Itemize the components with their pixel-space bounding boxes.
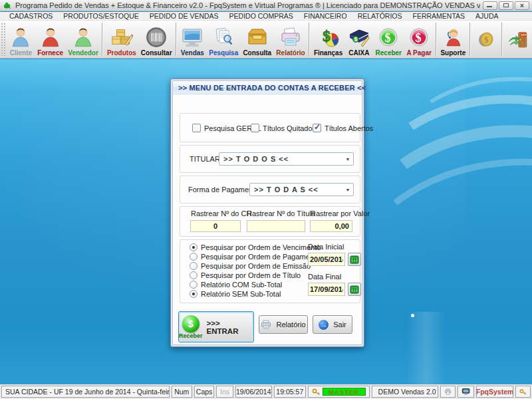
products-boxes-icon bbox=[110, 26, 133, 49]
titular-value: >> T O D O S << bbox=[219, 155, 342, 163]
toolbar-consultar-button[interactable]: Consultar bbox=[138, 21, 174, 58]
statusbar-user-badge: MASTER bbox=[323, 388, 366, 396]
svg-text:$: $ bbox=[484, 35, 489, 45]
checkbox-titulos-abertos[interactable]: Títulos Abertos bbox=[313, 124, 373, 132]
keys-icon bbox=[312, 388, 321, 396]
toolbar-financas-button[interactable]: $ Finanças bbox=[311, 21, 345, 58]
toolbar-produtos-button[interactable]: Produtos bbox=[104, 21, 138, 58]
radio-dot[interactable] bbox=[190, 243, 198, 251]
menu-relatorios[interactable]: RELATÓRIOS bbox=[352, 12, 408, 21]
statusbar-printer-panel[interactable] bbox=[440, 386, 456, 398]
rastrear-ch-label: Rastrear Nº do CH bbox=[191, 209, 251, 217]
toolbar-financas-label: Finanças bbox=[314, 49, 342, 57]
toolbar-produtos-label: Produtos bbox=[107, 49, 136, 57]
data-inicial-input[interactable] bbox=[308, 253, 345, 266]
toolbar-relatorio-button[interactable]: Relatório bbox=[274, 21, 308, 58]
radio-label: Pesquisar por Ordem de Título bbox=[201, 271, 301, 279]
toolbar-pesquisa-button[interactable]: Pesquisa bbox=[207, 21, 241, 58]
menu-financeiro[interactable]: FINANCEIRO bbox=[299, 12, 352, 21]
calendar-icon bbox=[350, 255, 359, 264]
report-printer-icon bbox=[279, 26, 302, 49]
toolbar-separator bbox=[309, 23, 310, 56]
titular-select[interactable]: >> T O D O S << ▼ bbox=[219, 152, 354, 166]
exit-arrow-icon: → bbox=[319, 320, 329, 330]
toolbar-vendedor-button[interactable]: Vendedor bbox=[66, 21, 101, 58]
checkbox-group: Pesquisa GERAL Títulos Quitados Títulos … bbox=[180, 113, 360, 142]
chevron-down-icon[interactable]: ▼ bbox=[342, 157, 353, 162]
wallpaper-lightband bbox=[407, 312, 446, 384]
svg-text:$: $ bbox=[385, 31, 391, 45]
checkbox-box[interactable] bbox=[192, 124, 201, 132]
exit-door-icon: EXIT bbox=[507, 28, 529, 51]
relatorio-button[interactable]: Relatório bbox=[259, 315, 308, 334]
statusbar-numlock: Num bbox=[172, 386, 192, 398]
pagamento-value: >> T O D A S << bbox=[250, 186, 342, 194]
data-inicial-calendar-button[interactable] bbox=[348, 253, 361, 266]
radio-relatorio-sem-subtotal[interactable]: Relatório SEM Sub-Total bbox=[190, 290, 281, 298]
toolbar-apagar-button[interactable]: $ A Pagar bbox=[404, 21, 434, 58]
radio-relatorio-com-subtotal[interactable]: Relatório COM Sub-Total bbox=[190, 281, 282, 289]
radio-dot[interactable] bbox=[190, 271, 198, 279]
data-final-calendar-button[interactable] bbox=[348, 283, 361, 296]
pagamento-group: Forma de Pagamento >> T O D A S << ▼ bbox=[180, 176, 360, 203]
entrar-button[interactable]: $ Receber >>> ENTRAR bbox=[178, 311, 254, 342]
checkbox-box[interactable] bbox=[251, 124, 259, 132]
toolbar-caixa-button[interactable]: $ CAIXA bbox=[345, 21, 373, 58]
statusbar-capslock: Caps bbox=[194, 386, 215, 398]
menu-pedido-de-vendas[interactable]: PEDIDO DE VENDAS bbox=[144, 12, 224, 21]
menu-ferramentas[interactable]: FERRAMENTAS bbox=[408, 12, 471, 21]
radio-dot[interactable] bbox=[190, 281, 198, 289]
radio-ordem-emissao[interactable]: Pesquisar por Ordem de Emissão bbox=[190, 262, 311, 270]
data-final-input[interactable] bbox=[308, 283, 345, 296]
pagamento-select[interactable]: >> T O D A S << ▼ bbox=[249, 183, 354, 196]
toolbar-consulta-button[interactable]: Consulta bbox=[241, 21, 274, 58]
toolbar-fornece-button[interactable]: Fornece bbox=[35, 21, 65, 58]
app-logo-icon bbox=[3, 1, 12, 10]
rastrear-titulo-input[interactable] bbox=[247, 220, 305, 232]
toolbar-cliente-button[interactable]: Cliente bbox=[7, 21, 35, 58]
menu-ajuda[interactable]: AJUDA bbox=[470, 12, 503, 21]
radio-dot[interactable] bbox=[190, 290, 198, 298]
sair-button[interactable]: → Sair bbox=[313, 315, 352, 334]
menu-produtos-estoque[interactable]: PRODUTOS/ESTOQUE bbox=[58, 12, 144, 21]
rastrear-ch-input[interactable] bbox=[190, 220, 241, 232]
coin-icon: $ bbox=[475, 28, 497, 51]
toolbar-grip bbox=[1, 23, 6, 56]
data-inicial-label: Data Inicial bbox=[308, 243, 344, 251]
toolbar-vendas-button[interactable]: Vendas bbox=[178, 21, 207, 58]
radio-ordem-pagamento[interactable]: Pesquisar por Ordem de Pagamento bbox=[190, 253, 320, 261]
relatorio-button-label: Relatório bbox=[276, 321, 305, 329]
rastrear-group: Rastrear Nº do CH Rastrear Nº do Título … bbox=[180, 206, 360, 237]
toolbar-suporte-label: Suporte bbox=[440, 49, 466, 57]
wallpaper-dot bbox=[411, 314, 414, 317]
toolbar-exit-button[interactable]: EXIT bbox=[504, 21, 532, 58]
radio-dot[interactable] bbox=[190, 262, 198, 270]
dialog-titlebar[interactable]: >> MENU DE ENTRADA DO CONTAS A RECEBER <… bbox=[172, 80, 362, 94]
restore-button[interactable] bbox=[499, 1, 513, 10]
close-button[interactable]: × bbox=[515, 1, 529, 10]
menu-pedido-compras[interactable]: PEDIDO COMPRAS bbox=[224, 12, 299, 21]
toolbar-receber-button[interactable]: $ Receber bbox=[373, 21, 404, 58]
radio-ordem-vencimento[interactable]: Pesquisar por Ordem de Vencimento bbox=[190, 243, 321, 251]
client-person-icon bbox=[9, 26, 32, 49]
minimize-button[interactable] bbox=[483, 1, 497, 10]
chevron-down-icon[interactable]: ▼ bbox=[342, 188, 353, 192]
radio-dot[interactable] bbox=[190, 253, 198, 261]
titular-group: TITULAR >> T O D O S << ▼ bbox=[180, 145, 360, 173]
menu-cadastros[interactable]: CADASTROS bbox=[4, 12, 58, 21]
rastrear-valor-input[interactable] bbox=[310, 220, 352, 232]
data-final-label: Data Final bbox=[308, 273, 341, 281]
toolbar-suporte-button[interactable]: Suporte bbox=[438, 21, 468, 58]
finance-pie-icon: $ bbox=[317, 26, 340, 49]
receber-icon-label: Receber bbox=[179, 333, 203, 339]
statusbar-city-date: SUA CIDADE - UF 19 de Junho de 2014 - Qu… bbox=[1, 386, 170, 398]
radio-ordem-titulo[interactable]: Pesquisar por Ordem de Título bbox=[190, 271, 301, 279]
printer-icon bbox=[261, 320, 271, 329]
receive-green-coin-icon: $ bbox=[377, 26, 400, 49]
statusbar-computer-panel[interactable] bbox=[458, 386, 474, 398]
toolbar-coin-button[interactable]: $ bbox=[472, 21, 500, 58]
checkbox-box[interactable] bbox=[313, 124, 321, 132]
checkbox-titulos-quitados[interactable]: Títulos Quitados bbox=[251, 124, 316, 132]
radio-label: Relatório SEM Sub-Total bbox=[201, 290, 281, 298]
keys-icon bbox=[519, 388, 527, 396]
